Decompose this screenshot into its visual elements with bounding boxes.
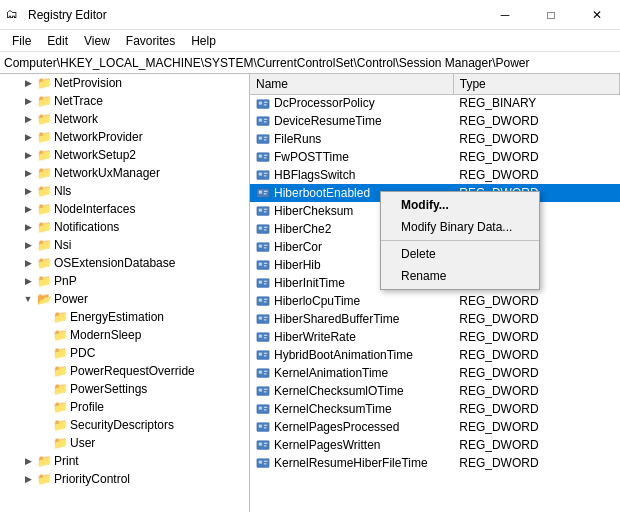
tree-item-nodeinterfaces[interactable]: ▶📁NodeInterfaces	[0, 200, 249, 218]
svg-rect-73	[259, 425, 263, 429]
tree-item-nsi[interactable]: ▶📁Nsi	[0, 236, 249, 254]
minimize-button[interactable]: ─	[482, 0, 528, 30]
svg-rect-1	[259, 101, 263, 105]
tree-item-nls[interactable]: ▶📁Nls	[0, 182, 249, 200]
expand-icon-closed[interactable]: ▶	[20, 201, 36, 217]
tree-item-nettrace[interactable]: ▶📁NetTrace	[0, 92, 249, 110]
expand-icon-closed[interactable]: ▶	[20, 165, 36, 181]
svg-rect-81	[259, 461, 263, 465]
expand-icon-closed[interactable]	[36, 327, 52, 343]
table-row[interactable]: FwPOSTTimeREG_DWORD	[250, 148, 620, 166]
maximize-button[interactable]: □	[528, 0, 574, 30]
tree-item-label: PDC	[70, 346, 95, 360]
tree-item-osextensiondatabase[interactable]: ▶📁OSExtensionDatabase	[0, 254, 249, 272]
ctx-item-modify-binary-data---[interactable]: Modify Binary Data...	[381, 216, 539, 238]
table-row[interactable]: KernelResumeHiberFileTimeREG_DWORD	[250, 454, 620, 472]
tree-item-user[interactable]: 📁User	[0, 434, 249, 452]
table-row[interactable]: KernelAnimationTimeREG_DWORD	[250, 364, 620, 382]
registry-icon	[256, 294, 270, 308]
table-row[interactable]: KernelChecksumlOTimeREG_DWORD	[250, 382, 620, 400]
expand-icon-closed[interactable]	[36, 435, 52, 451]
close-button[interactable]: ✕	[574, 0, 620, 30]
tree-item-powerrequestoverride[interactable]: 📁PowerRequestOverride	[0, 362, 249, 380]
menu-item-favorites[interactable]: Favorites	[118, 32, 183, 50]
table-row[interactable]: KernelPagesProcessedREG_DWORD	[250, 418, 620, 436]
expand-icon-closed[interactable]: ▶	[20, 471, 36, 487]
expand-icon-closed[interactable]: ▶	[20, 219, 36, 235]
title-bar: 🗂 Registry Editor ─ □ ✕	[0, 0, 620, 30]
menu-item-help[interactable]: Help	[183, 32, 224, 50]
table-row[interactable]: DeviceResumeTimeREG_DWORD	[250, 112, 620, 130]
expand-icon-closed[interactable]	[36, 309, 52, 325]
table-row[interactable]: HiberloCpuTimeREG_DWORD	[250, 292, 620, 310]
expand-icon-closed[interactable]	[36, 381, 52, 397]
expand-icon-closed[interactable]	[36, 417, 52, 433]
table-row[interactable]: KernelPagesWrittenREG_DWORD	[250, 436, 620, 454]
tree-item-network[interactable]: ▶📁Network	[0, 110, 249, 128]
menu-item-view[interactable]: View	[76, 32, 118, 50]
reg-entry-name: KernelAnimationTime	[250, 364, 453, 382]
expand-icon-closed[interactable]: ▶	[20, 111, 36, 127]
tree-item-modernsleep[interactable]: 📁ModernSleep	[0, 326, 249, 344]
menu-bar: FileEditViewFavoritesHelp	[0, 30, 620, 52]
reg-entry-name: HiberSharedBufferTime	[250, 310, 453, 328]
expand-icon-open[interactable]: ▼	[20, 291, 36, 307]
tree-item-networkprovider[interactable]: ▶📁NetworkProvider	[0, 128, 249, 146]
tree-item-pdc[interactable]: 📁PDC	[0, 344, 249, 362]
tree-item-label: ModernSleep	[70, 328, 141, 342]
tree-item-networksetup2[interactable]: ▶📁NetworkSetup2	[0, 146, 249, 164]
tree-item-label: NetworkProvider	[54, 130, 143, 144]
tree-item-power[interactable]: ▼📂Power	[0, 290, 249, 308]
tree-pane[interactable]: ▶📁NetProvision▶📁NetTrace▶📁Network▶📁Netwo…	[0, 74, 250, 512]
expand-icon-closed[interactable]: ▶	[20, 93, 36, 109]
table-row[interactable]: FileRunsREG_DWORD	[250, 130, 620, 148]
registry-icon	[256, 456, 270, 470]
table-row[interactable]: HiberWriteRateREG_DWORD	[250, 328, 620, 346]
tree-item-label: PowerSettings	[70, 382, 147, 396]
registry-icon	[256, 330, 270, 344]
tree-item-pnp[interactable]: ▶📁PnP	[0, 272, 249, 290]
expand-icon-closed[interactable]: ▶	[20, 255, 36, 271]
tree-item-notifications[interactable]: ▶📁Notifications	[0, 218, 249, 236]
expand-icon-closed[interactable]: ▶	[20, 147, 36, 163]
tree-item-networkuxmanager[interactable]: ▶📁NetworkUxManager	[0, 164, 249, 182]
expand-icon-closed[interactable]: ▶	[20, 129, 36, 145]
menu-item-edit[interactable]: Edit	[39, 32, 76, 50]
tree-item-print[interactable]: ▶📁Print	[0, 452, 249, 470]
reg-entry-type: REG_BINARY	[453, 94, 619, 112]
ctx-item-delete[interactable]: Delete	[381, 243, 539, 265]
table-row[interactable]: DcProcessorPolicyREG_BINARY	[250, 94, 620, 112]
expand-icon-closed[interactable]	[36, 345, 52, 361]
svg-rect-69	[259, 407, 263, 411]
expand-icon-closed[interactable]: ▶	[20, 75, 36, 91]
tree-item-securitydescriptors[interactable]: 📁SecurityDescriptors	[0, 416, 249, 434]
folder-icon: 📁	[52, 363, 68, 379]
tree-item-prioritycontrol[interactable]: ▶📁PriorityControl	[0, 470, 249, 488]
svg-rect-45	[259, 299, 263, 303]
ctx-item-rename[interactable]: Rename	[381, 265, 539, 287]
expand-icon-closed[interactable]: ▶	[20, 237, 36, 253]
expand-icon-closed[interactable]	[36, 399, 52, 415]
tree-item-label: Nsi	[54, 238, 71, 252]
table-row[interactable]: HBFlagsSwitchREG_DWORD	[250, 166, 620, 184]
table-row[interactable]: HybridBootAnimationTimeREG_DWORD	[250, 346, 620, 364]
expand-icon-closed[interactable]	[36, 363, 52, 379]
folder-icon: 📁	[36, 183, 52, 199]
menu-item-file[interactable]: File	[4, 32, 39, 50]
reg-entry-name: HiberloCpuTime	[250, 292, 453, 310]
table-row[interactable]: KernelChecksumTimeREG_DWORD	[250, 400, 620, 418]
expand-icon-closed[interactable]: ▶	[20, 273, 36, 289]
right-pane[interactable]: Name Type DcProcessorPolicyREG_BINARY De…	[250, 74, 620, 512]
address-path: Computer\HKEY_LOCAL_MACHINE\SYSTEM\Curre…	[4, 56, 530, 70]
table-row[interactable]: HiberSharedBufferTimeREG_DWORD	[250, 310, 620, 328]
tree-item-energyestimation[interactable]: 📁EnergyEstimation	[0, 308, 249, 326]
expand-icon-closed[interactable]: ▶	[20, 453, 36, 469]
tree-item-powersettings[interactable]: 📁PowerSettings	[0, 380, 249, 398]
ctx-item-modify---[interactable]: Modify...	[381, 194, 539, 216]
tree-item-netprovision[interactable]: ▶📁NetProvision	[0, 74, 249, 92]
folder-icon: 📁	[52, 417, 68, 433]
tree-item-profile[interactable]: 📁Profile	[0, 398, 249, 416]
main-content: ▶📁NetProvision▶📁NetTrace▶📁Network▶📁Netwo…	[0, 74, 620, 512]
tree-item-label: User	[70, 436, 95, 450]
expand-icon-closed[interactable]: ▶	[20, 183, 36, 199]
